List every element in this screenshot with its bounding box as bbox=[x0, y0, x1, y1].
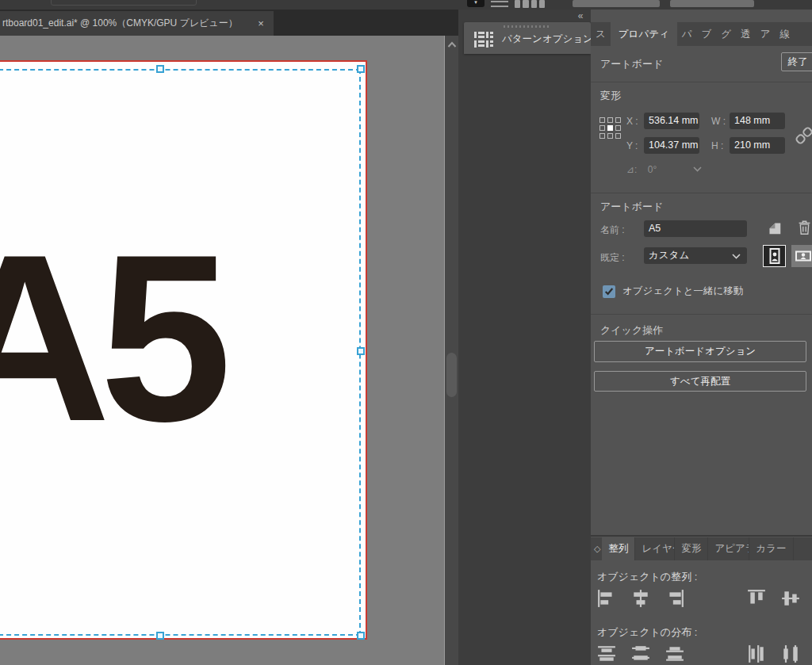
x-label: X : bbox=[626, 116, 638, 127]
artboard-options-button[interactable]: アートボードオプション bbox=[594, 341, 806, 362]
document-tab-label: rtboard01_edit.ai* @ 100%（CMYK/GPU プレビュー… bbox=[0, 17, 252, 30]
distribute-left-icon bbox=[747, 644, 766, 663]
canvas-scrollbar[interactable] bbox=[444, 36, 458, 665]
exit-artboard-mode-button[interactable]: 終了 bbox=[781, 52, 812, 71]
align-right-icon bbox=[665, 589, 684, 608]
align-dock: ◇ 整列 レイヤー 変形 アピアラ カラー オブジェクトの整列 : bbox=[591, 535, 812, 665]
tab-6[interactable]: ア bbox=[756, 22, 776, 46]
align-top-icon bbox=[747, 589, 766, 608]
move-with-artwork-label: オブジェクトと一緒に移動 bbox=[622, 285, 743, 298]
selection-handle-bottom-right[interactable] bbox=[357, 632, 365, 640]
canvas[interactable]: A5 bbox=[0, 36, 444, 665]
preset-value: カスタム bbox=[649, 250, 689, 261]
pattern-options-icon bbox=[473, 31, 494, 48]
distribute-left-button[interactable] bbox=[747, 643, 768, 664]
angle-value[interactable]: 0° bbox=[648, 164, 657, 175]
reference-point-locator[interactable] bbox=[599, 117, 621, 139]
distribute-center-vertical-icon bbox=[631, 644, 650, 663]
w-label: W : bbox=[711, 116, 726, 127]
selection-bounds bbox=[0, 69, 361, 636]
selection-handle-top-right[interactable] bbox=[357, 65, 365, 73]
orientation-landscape-button[interactable] bbox=[791, 245, 812, 267]
align-left-icon bbox=[597, 589, 616, 608]
h-label: H : bbox=[711, 140, 723, 151]
control-bar: ▾ bbox=[0, 0, 812, 10]
panel-column bbox=[458, 10, 591, 665]
chevron-down-icon bbox=[732, 254, 741, 259]
align-left-button[interactable] bbox=[597, 587, 619, 609]
delete-artboard-icon[interactable] bbox=[797, 220, 812, 235]
quick-actions-title: クイック操作 bbox=[600, 323, 663, 338]
dock-tab-strip: ◇ 整列 レイヤー 変形 アピアラ カラー bbox=[591, 537, 812, 560]
link-dimensions-icon[interactable] bbox=[795, 124, 812, 147]
tab-stroke[interactable]: 線 bbox=[775, 22, 795, 46]
pattern-options-panel[interactable]: パターンオプション bbox=[464, 22, 591, 54]
collapse-panels-icon[interactable]: « bbox=[573, 10, 588, 22]
y-label: Y : bbox=[626, 140, 638, 151]
checkmark-icon bbox=[604, 287, 614, 296]
new-artboard-icon[interactable] bbox=[767, 220, 782, 235]
artboard-name-field[interactable]: A5 bbox=[644, 220, 747, 237]
tab-swatches[interactable]: ス bbox=[591, 22, 611, 46]
rearrange-all-button[interactable]: すべて再配置 bbox=[594, 371, 806, 392]
landscape-icon bbox=[795, 247, 812, 265]
align-center-vertical-icon bbox=[781, 589, 800, 608]
tab-5[interactable]: 透 bbox=[736, 22, 756, 46]
distribute-top-button[interactable] bbox=[597, 643, 619, 664]
hamburger-icon[interactable] bbox=[491, 1, 508, 7]
distribute-center-horizontal-button[interactable] bbox=[781, 643, 802, 664]
artboard-mode-title: アートボード bbox=[600, 57, 663, 71]
panel-diamond-icon[interactable]: ◇ bbox=[591, 537, 602, 560]
selection-handle-bottom-center[interactable] bbox=[156, 632, 164, 640]
tab-4[interactable]: グ bbox=[716, 22, 736, 46]
transform-title: 変形 bbox=[600, 89, 621, 103]
artboard-section-title: アートボード bbox=[600, 200, 663, 214]
preset-label: 既定 : bbox=[600, 251, 625, 265]
align-right-button[interactable] bbox=[665, 587, 687, 609]
x-field[interactable]: 536.14 mm bbox=[644, 113, 699, 129]
tab-transform[interactable]: 変形 bbox=[675, 537, 708, 560]
align-center-vertical-button[interactable] bbox=[781, 587, 802, 609]
selection-handle-right-middle[interactable] bbox=[357, 347, 365, 355]
tab-appearance[interactable]: アピアラ bbox=[708, 537, 749, 560]
name-label: 名前 : bbox=[600, 224, 625, 237]
selection-handle-top-center[interactable] bbox=[156, 65, 164, 73]
tab-color[interactable]: カラー bbox=[749, 537, 793, 560]
scrollbar-thumb[interactable] bbox=[446, 353, 457, 397]
tab-align[interactable]: 整列 bbox=[602, 537, 635, 560]
h-field[interactable]: 210 mm bbox=[730, 137, 785, 154]
tab-layers[interactable]: レイヤー bbox=[635, 537, 675, 560]
control-field[interactable] bbox=[670, 0, 754, 7]
document-tab[interactable]: rtboard01_edit.ai* @ 100%（CMYK/GPU プレビュー… bbox=[0, 11, 274, 36]
distribute-bottom-button[interactable] bbox=[665, 643, 687, 664]
close-icon[interactable]: × bbox=[252, 17, 270, 29]
distribute-center-vertical-button[interactable] bbox=[631, 643, 653, 664]
angle-label: ⊿: bbox=[626, 164, 637, 175]
portrait-icon bbox=[766, 247, 783, 265]
move-with-artwork-checkbox[interactable] bbox=[603, 285, 615, 298]
distribute-top-icon bbox=[597, 644, 616, 663]
distribute-center-horizontal-icon bbox=[781, 644, 800, 663]
y-field[interactable]: 104.37 mm bbox=[644, 137, 699, 154]
chevron-down-icon[interactable] bbox=[693, 166, 702, 172]
control-field[interactable] bbox=[573, 0, 660, 7]
tab-3[interactable]: ブ bbox=[697, 22, 717, 46]
orientation-portrait-button[interactable] bbox=[763, 245, 786, 267]
align-center-horizontal-icon bbox=[631, 589, 650, 608]
pattern-mini-icon[interactable] bbox=[515, 0, 545, 8]
distribute-objects-title: オブジェクトの分布 : bbox=[597, 625, 697, 640]
preset-dropdown[interactable]: カスタム bbox=[644, 247, 747, 264]
align-center-horizontal-button[interactable] bbox=[631, 587, 653, 609]
tab-properties[interactable]: プロパティ bbox=[611, 22, 677, 46]
menu-pill-icon[interactable]: ▾ bbox=[467, 0, 485, 7]
scroll-up-icon[interactable] bbox=[447, 41, 457, 48]
pattern-options-title: パターンオプション bbox=[502, 32, 593, 46]
align-objects-title: オブジェクトの整列 : bbox=[597, 570, 697, 584]
panel-tab-strip: ス プロパティ パ ブ グ 透 ア 線 bbox=[591, 22, 812, 46]
w-field[interactable]: 148 mm bbox=[730, 113, 785, 129]
distribute-bottom-icon bbox=[665, 644, 684, 663]
align-top-button[interactable] bbox=[747, 587, 768, 609]
panel-gripper[interactable] bbox=[504, 25, 550, 28]
rotate-angle-row: ⊿: 0° bbox=[626, 164, 702, 175]
tab-2[interactable]: パ bbox=[677, 22, 697, 46]
